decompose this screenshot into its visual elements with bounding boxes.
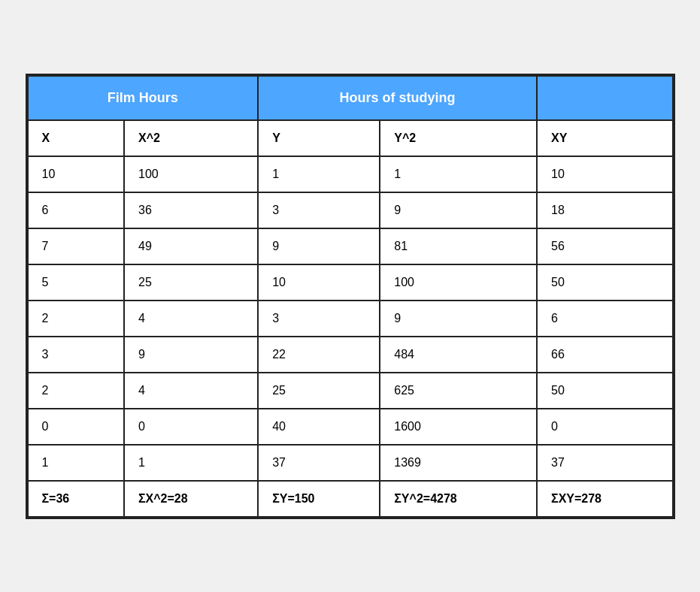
subheader-cell-0: X [28, 120, 124, 156]
cell-0-3: 1 [380, 156, 537, 192]
cell-0-0: 10 [28, 156, 124, 192]
cell-2-4: 56 [537, 228, 672, 264]
film-hours-header: Film Hours [28, 76, 259, 120]
cell-3-2: 10 [258, 264, 380, 301]
subheader-cell-1: X^2 [124, 120, 258, 156]
table-row: 74998156 [28, 228, 673, 264]
cell-6-3: 625 [380, 373, 537, 409]
cell-3-4: 50 [537, 264, 672, 301]
summary-cell-3: ΣY^2=4278 [380, 481, 537, 517]
cell-2-2: 9 [258, 228, 380, 264]
table-row: 242562550 [28, 373, 673, 409]
cell-6-2: 25 [258, 373, 380, 409]
summary-cell-4: ΣXY=278 [537, 481, 672, 517]
cell-7-0: 0 [28, 409, 124, 445]
table-row: 6363918 [28, 192, 673, 228]
cell-4-0: 2 [28, 301, 124, 337]
cell-5-2: 22 [258, 337, 380, 373]
summary-row: Σ=36ΣX^2=28ΣY=150ΣY^2=4278ΣXY=278 [28, 481, 673, 517]
cell-4-3: 9 [380, 301, 537, 337]
cell-7-4: 0 [537, 409, 672, 445]
subheader-cell-4: XY [537, 120, 672, 156]
cell-5-4: 66 [537, 337, 672, 373]
cell-4-1: 4 [124, 301, 258, 337]
cell-4-4: 6 [537, 301, 672, 337]
summary-cell-0: Σ=36 [28, 481, 124, 517]
cell-3-3: 100 [380, 264, 537, 301]
cell-4-2: 3 [258, 301, 380, 337]
cell-6-4: 50 [537, 373, 672, 409]
cell-0-1: 100 [124, 156, 258, 192]
cell-3-0: 5 [28, 264, 124, 301]
cell-5-3: 484 [380, 337, 537, 373]
table-row: 24396 [28, 301, 673, 337]
table-row: 1137136937 [28, 445, 673, 481]
summary-cell-1: ΣX^2=28 [124, 481, 258, 517]
cell-3-1: 25 [124, 264, 258, 301]
table-row: 392248466 [28, 337, 673, 373]
summary-cell-2: ΣY=150 [258, 481, 380, 517]
table-row: 004016000 [28, 409, 673, 445]
cell-5-1: 9 [124, 337, 258, 373]
xy-header-empty [537, 76, 672, 120]
cell-2-1: 49 [124, 228, 258, 264]
data-table: Film Hours Hours of studying XX^2YY^2XY1… [27, 75, 674, 518]
subheader-row: XX^2YY^2XY [28, 120, 673, 156]
cell-1-0: 6 [28, 192, 124, 228]
cell-1-3: 9 [380, 192, 537, 228]
cell-1-4: 18 [537, 192, 672, 228]
cell-8-4: 37 [537, 445, 672, 481]
cell-1-1: 36 [124, 192, 258, 228]
cell-7-1: 0 [124, 409, 258, 445]
main-table-wrapper: Film Hours Hours of studying XX^2YY^2XY1… [26, 74, 675, 519]
cell-2-3: 81 [380, 228, 537, 264]
cell-1-2: 3 [258, 192, 380, 228]
cell-0-2: 1 [258, 156, 380, 192]
cell-8-0: 1 [28, 445, 124, 481]
cell-0-4: 10 [537, 156, 672, 192]
cell-5-0: 3 [28, 337, 124, 373]
cell-7-3: 1600 [380, 409, 537, 445]
cell-8-3: 1369 [380, 445, 537, 481]
table-row: 101001110 [28, 156, 673, 192]
cell-8-1: 1 [124, 445, 258, 481]
subheader-cell-3: Y^2 [380, 120, 537, 156]
table-row: 5251010050 [28, 264, 673, 301]
cell-2-0: 7 [28, 228, 124, 264]
header-row: Film Hours Hours of studying [28, 76, 673, 120]
hours-studying-header: Hours of studying [258, 76, 537, 120]
cell-7-2: 40 [258, 409, 380, 445]
cell-6-1: 4 [124, 373, 258, 409]
cell-6-0: 2 [28, 373, 124, 409]
cell-8-2: 37 [258, 445, 380, 481]
subheader-cell-2: Y [258, 120, 380, 156]
